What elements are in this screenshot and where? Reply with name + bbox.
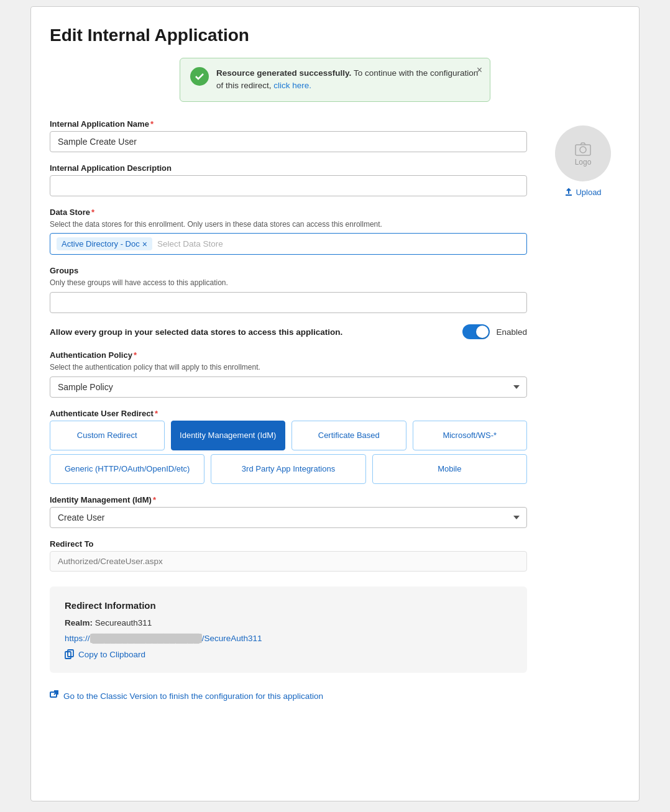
redirect-btn-3rdparty[interactable]: 3rd Party App Integrations (211, 454, 365, 484)
app-name-field: Internal Application Name* (50, 119, 527, 152)
datastore-desc: Select the data stores for this enrollme… (50, 219, 527, 230)
upload-icon (564, 188, 573, 196)
datastore-tag-remove[interactable]: × (142, 240, 147, 249)
app-desc-label: Internal Application Description (50, 163, 527, 173)
classic-link-icon (50, 690, 58, 701)
auth-policy-label: Authentication Policy* (50, 350, 527, 360)
idm-select[interactable]: Create User Manage User Delete User (50, 507, 527, 528)
allow-groups-row: Allow every group in your selected data … (50, 324, 527, 339)
redirect-info-title: Redirect Information (65, 600, 512, 611)
page-container: Edit Internal Application Resource gener… (30, 6, 640, 801)
page-title: Edit Internal Application (50, 25, 620, 45)
toggle-enabled-text: Enabled (496, 327, 527, 337)
form-layout: Internal Application Name* Internal Appl… (50, 119, 620, 702)
redirect-btn-generic[interactable]: Generic (HTTP/OAuth/OpenID/etc) (50, 454, 204, 484)
success-icon (190, 67, 209, 86)
classic-version-link[interactable]: Go to the Classic Version to finish the … (63, 691, 323, 701)
groups-input[interactable] (50, 292, 527, 313)
auth-policy-field: Authentication Policy* Select the authen… (50, 350, 527, 398)
allow-groups-label: Allow every group in your selected data … (50, 327, 456, 337)
redirect-buttons-row1: Custom Redirect Identity Management (IdM… (50, 421, 527, 450)
groups-label: Groups (50, 266, 527, 275)
redirect-btn-idm[interactable]: Identity Management (IdM) (171, 421, 286, 450)
banner-close-button[interactable]: × (477, 65, 482, 76)
datastore-placeholder: Select Data Store (157, 239, 223, 249)
auth-policy-desc: Select the authentication policy that wi… (50, 362, 527, 373)
idm-select-wrap: Create User Manage User Delete User (50, 507, 527, 528)
allow-groups-toggle[interactable] (462, 324, 490, 339)
datastore-field: Data Store* Select the data stores for t… (50, 208, 527, 255)
realm-label: Realm: (65, 618, 93, 627)
datastore-tag: Active Directory - Doc × (57, 237, 152, 250)
datastore-label: Data Store* (50, 208, 527, 217)
redirect-buttons-row2: Generic (HTTP/OAuth/OpenID/etc) 3rd Part… (50, 454, 527, 484)
realm-row: Realm: Secureauth311 (65, 618, 512, 627)
classic-link-row: Go to the Classic Version to finish the … (50, 690, 527, 701)
realm-value: Secureauth311 (95, 618, 152, 627)
redirect-to-label: Redirect To (50, 539, 527, 549)
app-name-label: Internal Application Name* (50, 119, 527, 129)
auth-policy-select[interactable]: Sample Policy Default Policy Custom Poli… (50, 376, 527, 398)
redirect-btn-mobile[interactable]: Mobile (372, 454, 527, 484)
auth-policy-select-wrap: Sample Policy Default Policy Custom Poli… (50, 376, 527, 398)
form-side: Logo Upload (546, 119, 620, 702)
redirect-btn-cert[interactable]: Certificate Based (291, 421, 406, 450)
idm-field: Identity Management (IdM)* Create User M… (50, 495, 527, 528)
redirect-btn-custom[interactable]: Custom Redirect (50, 421, 165, 450)
success-bold: Resource generated successfully. (216, 68, 351, 78)
upload-button[interactable]: Upload (564, 188, 601, 197)
success-banner: Resource generated successfully. To cont… (180, 58, 490, 102)
redirect-label: Authenticate User Redirect* (50, 409, 527, 418)
copy-icon (65, 649, 75, 659)
success-link[interactable]: click here. (273, 81, 311, 90)
idm-label: Identity Management (IdM)* (50, 495, 527, 504)
groups-field: Groups Only these groups will have acces… (50, 266, 527, 313)
app-desc-input[interactable] (50, 175, 527, 196)
groups-desc: Only these groups will have access to th… (50, 278, 527, 288)
svg-point-5 (580, 147, 586, 153)
copy-to-clipboard-button[interactable]: Copy to Clipboard (65, 649, 145, 659)
app-name-input[interactable] (50, 131, 527, 152)
form-main: Internal Application Name* Internal Appl… (50, 119, 527, 702)
redirect-to-field: Redirect To (50, 539, 527, 572)
redirect-info-box: Redirect Information Realm: Secureauth31… (50, 586, 527, 673)
redirect-btn-ms[interactable]: Microsoft/WS-* (413, 421, 528, 450)
redirect-url[interactable]: https://██████████████████/SecureAuth311 (65, 634, 512, 643)
app-name-required: * (150, 119, 154, 129)
app-desc-field: Internal Application Description (50, 163, 527, 196)
datastore-input-wrap[interactable]: Active Directory - Doc × Select Data Sto… (50, 233, 527, 255)
redirect-to-input[interactable] (50, 551, 527, 572)
camera-icon (574, 140, 592, 158)
logo-circle: Logo (555, 125, 611, 181)
success-text: Resource generated successfully. To cont… (216, 67, 480, 93)
redirect-field: Authenticate User Redirect* Custom Redir… (50, 409, 527, 484)
